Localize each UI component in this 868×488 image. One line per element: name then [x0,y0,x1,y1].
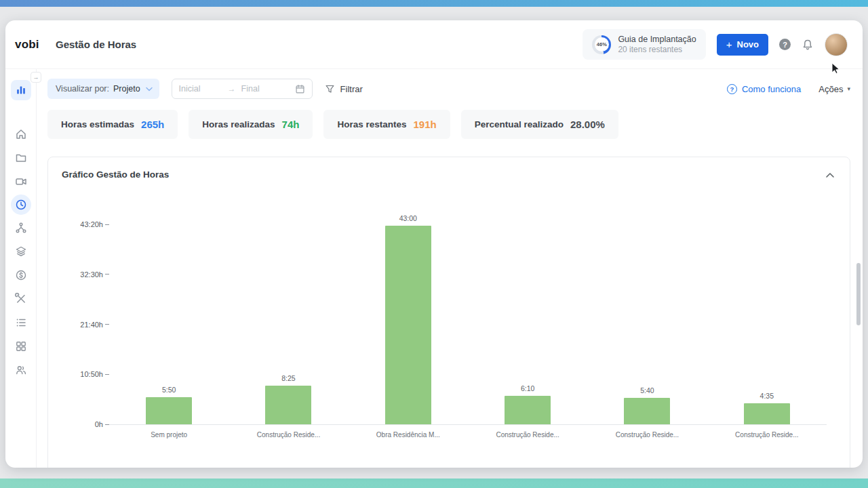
stat-card-remaining: Horas restantes 191h [323,110,450,139]
chart-bar[interactable]: 5:50 [146,397,192,424]
stat-card-percent: Percentual realizado 28.00% [461,110,618,139]
sidebar-item-projects[interactable] [14,151,28,165]
new-button[interactable]: + Novo [717,34,768,56]
stat-value: 74h [282,119,300,130]
sidebar-item-apps[interactable] [14,340,28,353]
chart-bar[interactable]: 4:35 [744,403,790,424]
workflow-icon [15,222,27,234]
filter-toolbar: Visualizar por: Projeto → [47,69,850,104]
implementation-guide-widget[interactable]: 46% Guia de Implantação 20 itens restant… [583,29,705,60]
view-by-dropdown[interactable]: Visualizar por: Projeto [47,79,159,99]
y-axis-tick: 32:30h [62,270,109,279]
question-circle-icon: ? [727,84,737,94]
sidebar-item-dashboard[interactable] [11,80,31,100]
main-content: Visualizar por: Projeto → [37,69,863,468]
calendar-icon [295,84,305,94]
y-axis-tick: 10:50h [62,370,109,378]
filter-label: Filtrar [340,84,363,94]
stat-label: Horas realizadas [202,119,275,129]
stats-row: Horas estimadas 265h Horas realizadas 74… [47,110,850,139]
arrow-right-icon: → [228,84,236,94]
sidebar-item-workflow[interactable] [14,221,28,235]
folder-icon [15,152,27,164]
stat-label: Horas estimadas [61,119,134,129]
guide-subtitle: 20 itens restantes [618,45,696,56]
guide-title: Guia de Implantação [618,34,696,45]
clock-icon [15,199,27,211]
view-by-label: Visualizar por: [56,84,109,94]
bar-value-label: 5:50 [162,386,176,397]
users-icon [15,364,27,376]
stat-card-estimated: Horas estimadas 265h [47,110,178,139]
y-axis-tick: 43:20h [62,220,109,228]
layers-icon [15,245,27,258]
bar-value-label: 6:10 [521,384,534,396]
start-date-input[interactable] [179,84,222,94]
stat-label: Horas restantes [337,119,406,129]
date-range-input[interactable]: → [172,79,313,99]
chart-plot: 0h10:50h21:40h32:30h43:20h5:50Sem projet… [109,224,827,425]
page-title: Gestão de Horas [56,39,136,50]
background-bottom-strip [0,479,868,488]
coin-icon [15,269,27,281]
sidebar-item-tools[interactable] [14,292,28,306]
bar-slot: 5:50Sem projeto [109,224,229,424]
bell-icon[interactable] [802,39,814,51]
end-date-input[interactable] [241,84,285,94]
sidebar-item-payments[interactable] [14,268,28,282]
list-icon [15,317,27,329]
stat-value: 191h [414,119,437,130]
category-label: Construção Reside... [257,431,320,439]
bar-value-label: 8:25 [281,374,295,386]
chart-bar[interactable]: 43:00 [385,226,431,424]
caret-down-icon: ▾ [847,85,850,92]
actions-dropdown[interactable]: Ações ▾ [818,84,850,94]
home-icon [15,128,27,140]
topbar: vobi Gestão de Horas 46% Guia de Implant… [5,20,863,69]
category-label: Construção Reside... [735,431,798,439]
sidebar-item-list[interactable] [14,316,28,329]
help-icon[interactable]: ? [779,39,791,50]
progress-percent: 46% [595,37,609,52]
bar-chart-icon [15,84,27,96]
chart-header: Gráfico Gestão de Horas [62,169,836,180]
chart-bar[interactable]: 6:10 [505,396,551,424]
toolbar-right: ? Como funciona Ações ▾ [727,84,850,94]
window-body: → [5,69,863,468]
funnel-icon [325,84,335,94]
bar-slot: 4:35Construção Reside... [707,224,827,424]
avatar[interactable] [825,33,848,56]
chevron-up-icon[interactable] [824,170,836,180]
scrollbar-thumb[interactable] [856,263,861,325]
how-it-works-link[interactable]: ? Como funciona [727,84,801,94]
topbar-actions: 46% Guia de Implantação 20 itens restant… [583,29,848,60]
sidebar: → [5,69,37,468]
vobi-logo: vobi [15,38,47,52]
sidebar-item-media[interactable] [14,175,28,188]
category-label: Construção Reside... [496,431,559,439]
apps-grid-icon [15,340,27,352]
guide-text: Guia de Implantação 20 itens restantes [618,34,696,56]
sidebar-item-hours[interactable] [11,195,31,215]
sidebar-item-home[interactable] [14,127,28,141]
stat-card-realized: Horas realizadas 74h [189,110,313,139]
background-top-strip [0,0,868,7]
chevron-down-icon [146,87,153,92]
how-it-works-label: Como funciona [742,84,801,94]
actions-label: Ações [818,84,843,94]
filter-button[interactable]: Filtrar [325,84,363,94]
chart-card: Gráfico Gestão de Horas 0h10:50h21:40h32… [47,157,850,468]
bar-slot: 5:40Construção Reside... [587,224,707,424]
category-label: Construção Reside... [616,431,679,439]
stat-value: 28.00% [570,119,605,130]
chart-bar[interactable]: 8:25 [265,386,311,424]
plus-icon: + [726,39,732,50]
chart-title: Gráfico Gestão de Horas [62,169,169,180]
sidebar-item-finance[interactable] [14,245,28,258]
sidebar-expand-button[interactable]: → [31,72,41,83]
view-by-value: Projeto [113,84,140,94]
chart-bar[interactable]: 5:40 [624,398,670,424]
progress-ring: 46% [592,35,611,54]
sidebar-item-team[interactable] [14,363,28,377]
y-axis-tick: 21:40h [62,321,109,329]
